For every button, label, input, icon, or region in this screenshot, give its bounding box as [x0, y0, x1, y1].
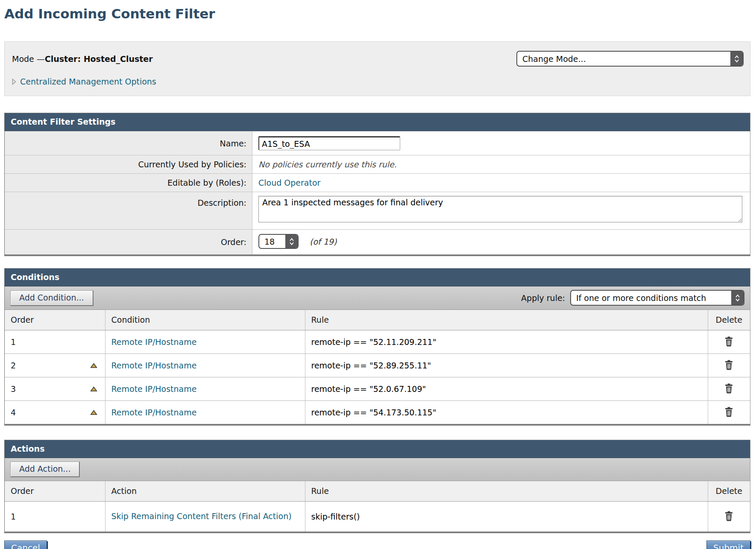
delete-condition-button[interactable] [724, 406, 734, 418]
condition-order: 3 [11, 384, 16, 394]
add-condition-button[interactable]: Add Condition... [10, 290, 93, 306]
conditions-col-order: Order [5, 310, 105, 330]
content-filter-settings-panel: Content Filter Settings Name: Currently … [4, 113, 750, 256]
action-link[interactable]: Skip Remaining Content Filters (Final Ac… [111, 511, 292, 523]
cancel-button[interactable]: Cancel [4, 540, 47, 549]
actions-col-order: Order [5, 481, 105, 502]
roles-label: Editable by (Roles): [5, 174, 252, 192]
move-up-button[interactable] [89, 409, 98, 416]
condition-link[interactable]: Remote IP/Hostname [111, 408, 197, 417]
page-title: Add Incoming Content Filter [4, 6, 750, 21]
actions-col-rule: Rule [305, 481, 708, 502]
condition-row: 2 Remote IP/Hostname remote-ip == "52.89… [5, 354, 750, 377]
move-up-button[interactable] [89, 385, 98, 393]
select-stepper-icon [285, 235, 298, 248]
apply-rule-label: Apply rule: [521, 293, 565, 303]
conditions-col-rule: Rule [305, 310, 708, 330]
trash-icon [724, 342, 733, 348]
condition-link[interactable]: Remote IP/Hostname [111, 361, 197, 370]
select-stepper-icon [731, 291, 744, 305]
actions-col-action: Action [105, 481, 305, 502]
actions-panel-header: Actions [5, 440, 750, 458]
order-label: Order: [5, 230, 252, 254]
delete-condition-button[interactable] [724, 359, 734, 371]
description-label: Description: [5, 192, 252, 229]
apply-rule-select-value: If one or more conditions match [571, 291, 731, 305]
condition-order: 2 [11, 361, 16, 370]
condition-link[interactable]: Remote IP/Hostname [111, 337, 197, 347]
order-select[interactable]: 18 [258, 234, 299, 249]
condition-rule: remote-ip == "52.0.67.109" [311, 384, 426, 394]
delete-action-button[interactable] [724, 510, 734, 522]
actions-toolbar: Add Action... [5, 458, 750, 481]
name-input[interactable] [258, 136, 400, 150]
add-action-button[interactable]: Add Action... [10, 461, 79, 477]
condition-row: 3 Remote IP/Hostname remote-ip == "52.0.… [5, 377, 750, 401]
trash-icon [724, 365, 733, 371]
mode-label: Mode — [12, 54, 45, 64]
condition-order: 1 [11, 337, 16, 347]
delete-condition-button[interactable] [724, 383, 734, 394]
order-select-value: 18 [259, 235, 285, 248]
condition-row: 4 Remote IP/Hostname remote-ip == "54.17… [5, 401, 750, 424]
settings-panel-header: Content Filter Settings [5, 113, 750, 131]
arrow-up-icon [90, 387, 97, 393]
delete-condition-button[interactable] [724, 336, 734, 348]
select-stepper-icon [730, 52, 743, 66]
arrow-up-icon [90, 410, 97, 417]
trash-icon [724, 412, 733, 418]
centralized-management-options-link[interactable]: Centralized Management Options [20, 77, 156, 86]
page: Add Incoming Content Filter Mode —Cluste… [0, 0, 756, 549]
trash-icon [724, 388, 733, 395]
actions-table: Order Action Rule Delete 1 Skip Remainin… [5, 481, 750, 531]
condition-rule: remote-ip == "54.173.50.115" [311, 408, 437, 417]
mode-text: Mode —Cluster: Hosted_Cluster [12, 54, 153, 64]
action-rule: skip-filters() [311, 512, 360, 521]
policies-value: No policies currently use this rule. [252, 155, 750, 173]
name-label: Name: [5, 131, 252, 155]
mode-box: Mode —Cluster: Hosted_Cluster Change Mod… [4, 41, 750, 96]
conditions-col-condition: Condition [105, 310, 305, 330]
order-of-text: (of 19) [310, 237, 337, 246]
actions-panel: Actions Add Action... Order Action Rule … [4, 440, 750, 533]
change-mode-select[interactable]: Change Mode... [516, 51, 744, 67]
cloud-operator-link[interactable]: Cloud Operator [258, 178, 320, 187]
actions-col-delete: Delete [708, 481, 750, 502]
change-mode-select-value: Change Mode... [517, 52, 730, 66]
action-order: 1 [11, 512, 16, 521]
submit-button[interactable]: Submit [706, 540, 750, 549]
arrow-up-icon [90, 363, 97, 370]
conditions-table: Order Condition Rule Delete 1 Remote IP/… [5, 310, 750, 424]
action-row: 1 Skip Remaining Content Filters (Final … [5, 502, 750, 532]
disclosure-triangle-icon [12, 79, 16, 85]
condition-link[interactable]: Remote IP/Hostname [111, 384, 197, 394]
description-textarea[interactable]: Area 1 inspected messages for final deli… [258, 196, 742, 222]
footer-bar: Cancel Submit [4, 540, 750, 549]
trash-icon [724, 516, 733, 523]
condition-row: 1 Remote IP/Hostname remote-ip == "52.11… [5, 330, 750, 354]
move-up-button[interactable] [89, 362, 98, 369]
condition-rule: remote-ip == "52.89.255.11" [311, 361, 431, 370]
mode-value: Cluster: Hosted_Cluster [45, 54, 153, 64]
condition-rule: remote-ip == "52.11.209.211" [311, 337, 437, 347]
conditions-panel-header: Conditions [5, 269, 750, 286]
policies-label: Currently Used by Policies: [5, 155, 252, 173]
conditions-col-delete: Delete [708, 310, 750, 330]
conditions-panel: Conditions Add Condition... Apply rule: … [4, 268, 750, 426]
condition-order: 4 [11, 408, 16, 417]
apply-rule-select[interactable]: If one or more conditions match [570, 290, 744, 306]
conditions-toolbar: Add Condition... Apply rule: If one or m… [5, 286, 750, 310]
